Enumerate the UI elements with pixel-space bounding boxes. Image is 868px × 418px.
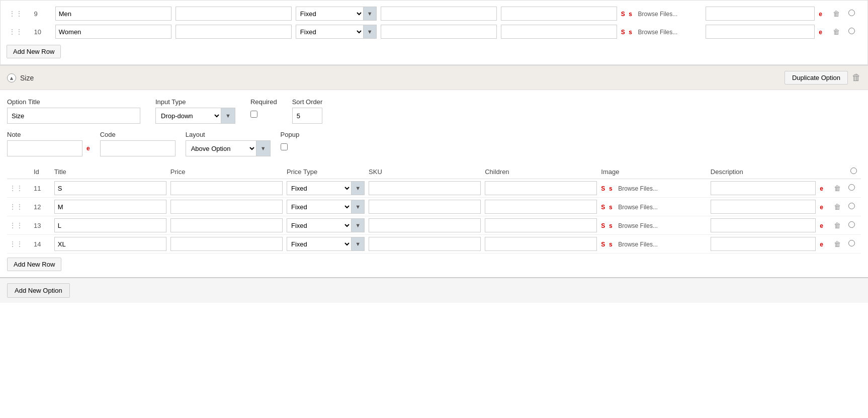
title-input[interactable] <box>55 25 171 39</box>
collapse-icon[interactable]: ▲ <box>7 73 16 82</box>
s-small-link[interactable]: s <box>629 11 632 18</box>
drag-handle-icon[interactable]: ⋮⋮ <box>9 221 23 229</box>
drag-handle-icon[interactable]: ⋮⋮ <box>9 203 23 211</box>
children-input[interactable] <box>485 237 597 251</box>
children-input[interactable] <box>485 218 597 232</box>
title-input[interactable] <box>54 237 166 251</box>
browse-files-btn[interactable]: Browse Files... <box>638 11 678 18</box>
drag-handle-icon[interactable]: ⋮⋮ <box>9 240 23 248</box>
delete-icon[interactable]: 🗑 <box>833 10 840 18</box>
layout-select[interactable]: Above Option <box>186 140 256 156</box>
row-radio[interactable] <box>848 203 855 209</box>
delete-icon[interactable]: 🗑 <box>834 184 841 192</box>
browse-files-btn[interactable]: Browse Files... <box>618 204 658 211</box>
price-type-selector[interactable]: Fixed ▼ <box>287 200 365 214</box>
s-large-link[interactable]: S <box>601 241 605 248</box>
sort-order-input[interactable] <box>292 108 322 124</box>
price-type-selector[interactable]: Fixed ▼ <box>296 25 377 39</box>
row-radio[interactable] <box>848 240 855 246</box>
sku-input[interactable] <box>381 25 497 39</box>
description-input[interactable] <box>711 237 816 251</box>
description-input[interactable] <box>711 218 816 232</box>
add-new-option-button[interactable]: Add New Option <box>7 283 70 298</box>
description-input[interactable] <box>706 7 815 21</box>
delete-icon[interactable]: 🗑 <box>834 240 841 248</box>
input-type-selector[interactable]: Drop-down ▼ <box>155 108 235 124</box>
e-link[interactable]: e <box>819 11 822 18</box>
s-large-link[interactable]: S <box>601 204 605 211</box>
price-type-select[interactable]: Fixed <box>287 181 351 195</box>
price-type-selector[interactable]: Fixed ▼ <box>287 237 365 251</box>
description-input[interactable] <box>711 181 816 195</box>
title-input[interactable] <box>54 200 166 214</box>
add-new-row-button[interactable]: Add New Row <box>7 45 61 58</box>
s-large-link[interactable]: S <box>601 222 605 229</box>
sku-input[interactable] <box>369 237 481 251</box>
s-small-link[interactable]: s <box>609 241 613 248</box>
note-e-link[interactable]: e <box>86 145 90 152</box>
s-small-link[interactable]: s <box>609 204 613 211</box>
code-input[interactable] <box>100 140 176 156</box>
price-type-select[interactable]: Fixed <box>287 237 351 251</box>
option-title-input[interactable] <box>7 108 140 124</box>
price-input[interactable] <box>176 7 292 21</box>
sku-input[interactable] <box>369 200 481 214</box>
title-input[interactable] <box>54 181 166 195</box>
children-input[interactable] <box>501 7 617 21</box>
browse-files-btn[interactable]: Browse Files... <box>618 185 658 192</box>
e-link[interactable]: e <box>820 241 823 248</box>
description-input[interactable] <box>706 25 815 39</box>
s-small-link[interactable]: s <box>629 29 632 36</box>
price-type-dropdown-btn[interactable]: ▼ <box>351 181 365 195</box>
price-type-dropdown-btn[interactable]: ▼ <box>351 200 365 214</box>
price-type-selector[interactable]: Fixed ▼ <box>287 218 365 232</box>
delete-icon[interactable]: 🗑 <box>834 203 841 211</box>
e-link[interactable]: e <box>820 222 823 229</box>
children-input[interactable] <box>485 181 597 195</box>
e-link[interactable]: e <box>820 204 823 211</box>
popup-checkbox[interactable] <box>281 143 288 150</box>
size-add-new-row-button[interactable]: Add New Row <box>7 258 61 271</box>
title-input[interactable] <box>54 218 166 232</box>
section-delete-icon[interactable]: 🗑 <box>852 72 861 83</box>
children-input[interactable] <box>485 200 597 214</box>
row-radio[interactable] <box>848 221 855 228</box>
price-input[interactable] <box>170 200 283 214</box>
price-type-selector[interactable]: Fixed ▼ <box>296 7 377 21</box>
e-link[interactable]: e <box>820 185 823 192</box>
price-type-select[interactable]: Fixed <box>287 218 351 232</box>
layout-selector[interactable]: Above Option ▼ <box>186 140 271 156</box>
children-input[interactable] <box>501 25 617 39</box>
drag-handle-icon[interactable]: ⋮⋮ <box>9 10 23 18</box>
input-type-select[interactable]: Drop-down <box>155 108 221 124</box>
price-type-selector[interactable]: Fixed ▼ <box>287 181 365 195</box>
drag-handle-icon[interactable]: ⋮⋮ <box>9 184 23 192</box>
price-input[interactable] <box>170 181 283 195</box>
title-input[interactable] <box>55 7 171 21</box>
duplicate-option-button[interactable]: Duplicate Option <box>785 71 848 85</box>
price-type-dropdown-btn[interactable]: ▼ <box>351 237 365 251</box>
price-input[interactable] <box>170 237 283 251</box>
row-radio[interactable] <box>848 10 855 16</box>
input-type-dropdown-btn[interactable]: ▼ <box>221 108 235 124</box>
row-radio[interactable] <box>848 184 855 191</box>
price-type-dropdown-btn[interactable]: ▼ <box>363 25 377 39</box>
price-type-dropdown-btn[interactable]: ▼ <box>363 7 377 21</box>
required-checkbox[interactable] <box>250 111 257 118</box>
sku-input[interactable] <box>369 181 481 195</box>
header-radio[interactable] <box>850 168 857 174</box>
price-type-select[interactable]: Fixed <box>287 200 351 214</box>
browse-files-btn[interactable]: Browse Files... <box>618 222 658 229</box>
price-input[interactable] <box>170 218 283 232</box>
s-large-link[interactable]: S <box>601 185 605 192</box>
sku-input[interactable] <box>381 7 497 21</box>
price-input[interactable] <box>176 25 292 39</box>
s-small-link[interactable]: s <box>609 185 613 192</box>
price-type-select[interactable]: Fixed <box>296 25 363 39</box>
layout-dropdown-btn[interactable]: ▼ <box>256 140 271 156</box>
e-link[interactable]: e <box>819 29 822 36</box>
price-type-select[interactable]: Fixed <box>296 7 363 21</box>
delete-icon[interactable]: 🗑 <box>834 221 841 229</box>
browse-files-btn[interactable]: Browse Files... <box>618 241 658 248</box>
drag-handle-icon[interactable]: ⋮⋮ <box>9 28 23 36</box>
